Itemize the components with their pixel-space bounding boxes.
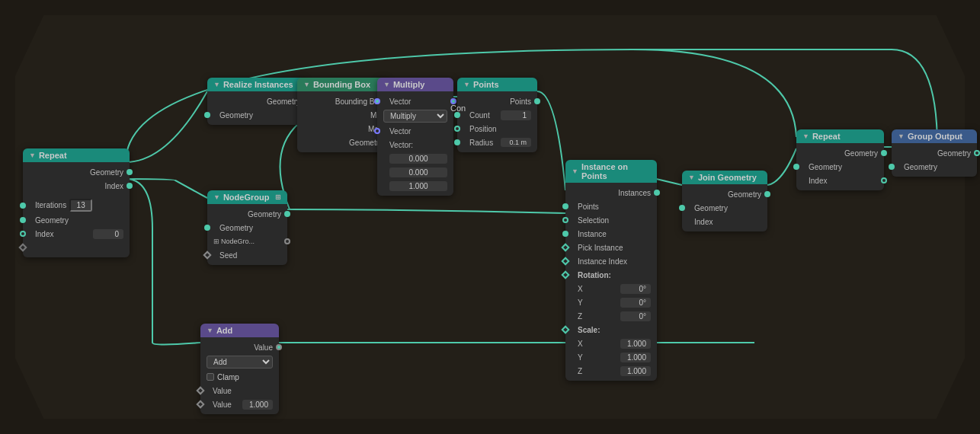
ng-nodegroup-socket	[284, 238, 290, 244]
ng-seed: Seed	[207, 248, 287, 262]
iop-body: Instances Points Selection Instance Pick…	[565, 183, 657, 381]
realize-instances-geometry-out: Geometry	[207, 94, 306, 108]
add-node: ▼ Add Value Add Clamp Value	[200, 324, 279, 414]
node-group-node: ▼ NodeGroup ⊞ Geometry Geometry ⊞ NodeGr…	[207, 190, 287, 265]
multiply-vector-out-socket	[450, 98, 456, 104]
bounding-box-header: ▼ Bounding Box	[297, 78, 389, 91]
multiply-vector2-in: Vector	[377, 124, 453, 138]
group-output-body: Geometry Geometry	[892, 143, 977, 177]
multiply-node: ▼ Multiply Vector Multiply Vector Vector…	[377, 78, 453, 196]
multiply-dropdown-row: Multiply	[377, 108, 453, 124]
multiply-v2-socket	[374, 128, 380, 134]
ng-geometry-socket	[284, 211, 290, 217]
points-out-socket	[534, 98, 540, 104]
ng-geometry-out: Geometry	[207, 207, 287, 221]
multiply-vector-socket	[374, 98, 380, 104]
multiply-dropdown[interactable]: Multiply	[383, 110, 447, 123]
repeat-right-title: Repeat	[812, 132, 841, 141]
iterations-input[interactable]	[69, 199, 92, 212]
repeat-left-node: ▼ Repeat Geometry Index Iterations Geome…	[23, 148, 130, 257]
realize-instances-node: ▼ Realize Instances Geometry Geometry	[207, 78, 306, 125]
multiply-vecx: 0.000	[377, 152, 453, 165]
instance-on-points-node: ▼ Instance on Points Instances Points Se…	[565, 160, 657, 381]
points-count-socket	[454, 112, 460, 118]
add-clamp-checkbox[interactable]	[207, 373, 214, 381]
add-value-out: Value	[200, 340, 279, 354]
iop-scale-x: X 1.000	[565, 337, 657, 350]
iop-rot-x: X 0°	[565, 282, 657, 295]
repeat-left-body: Geometry Index Iterations Geometry Index…	[23, 162, 130, 257]
points-title: Points	[473, 80, 499, 89]
rr-index: Index	[796, 174, 884, 187]
rr-geometry-in-socket	[793, 164, 799, 170]
node-group-body: Geometry Geometry ⊞ NodeGro... Seed	[207, 204, 287, 265]
multiply-vector-in: Vector	[377, 94, 453, 108]
jg-geometry-out: Geometry	[682, 187, 767, 201]
iop-rotation-label: Rotation:	[565, 268, 657, 282]
points-out: Points	[457, 94, 537, 108]
points-node: ▼ Points Points Count 1 Position Radius …	[457, 78, 537, 152]
join-geometry-node: ▼ Join Geometry Geometry Geometry Index	[682, 171, 767, 231]
multiply-vecz: 1.000	[377, 179, 453, 193]
ng-geometry-in-socket	[204, 225, 210, 231]
iop-rot-y: Y 0°	[565, 295, 657, 309]
iop-instances-socket	[654, 190, 660, 196]
repeat-left-title: Repeat	[39, 151, 67, 160]
repeat-left-header: ▼ Repeat	[23, 148, 130, 162]
realize-instances-title: Realize Instances	[223, 80, 293, 89]
add-clamp-row: Clamp	[200, 370, 279, 384]
go-geometry-out-socket	[974, 150, 980, 156]
iop-points-socket	[562, 203, 568, 209]
index-out-socket	[127, 183, 133, 189]
multiply-label-vector: Vector:	[377, 138, 453, 152]
bounding-box-title: Bounding Box	[313, 80, 370, 89]
rr-geometry-in: Geometry	[796, 160, 884, 174]
rr-geometry-out: Geometry	[796, 146, 884, 160]
iop-scale-y: Y 1.000	[565, 350, 657, 364]
points-position: Position	[457, 122, 537, 136]
add-value-out-socket	[276, 344, 282, 350]
rr-index-socket	[881, 177, 887, 183]
realize-instances-geometry-in: Geometry	[207, 108, 306, 122]
index-in-socket	[20, 231, 26, 237]
node-editor-canvas: ▼ Repeat Geometry Index Iterations Geome…	[0, 0, 980, 434]
iop-instance-socket	[562, 231, 568, 237]
repeat-right-body: Geometry Geometry Index	[796, 143, 884, 190]
iop-instances-out: Instances	[565, 186, 657, 199]
iop-selection: Selection	[565, 213, 657, 227]
join-geometry-title: Join Geometry	[698, 173, 757, 182]
add-header: ▼ Add	[200, 324, 279, 337]
repeat-left-index-out: Index	[23, 179, 130, 193]
iop-scale-z: Z 1.000	[565, 364, 657, 378]
multiply-body: Vector Multiply Vector Vector: 0.000 0.0…	[377, 91, 453, 196]
repeat-left-iterations: Iterations	[23, 197, 130, 213]
repeat-right-header: ▼ Repeat	[796, 129, 884, 143]
rr-geometry-out-socket	[881, 150, 887, 156]
join-geometry-header: ▼ Join Geometry	[682, 171, 767, 184]
group-output-title: Group Output	[908, 132, 962, 141]
iop-rot-z: Z 0°	[565, 309, 657, 323]
add-title: Add	[216, 326, 232, 335]
points-count: Count 1	[457, 108, 537, 122]
repeat-left-extra-socket	[23, 241, 130, 254]
bb-min-out: Min	[297, 108, 389, 122]
iop-selection-socket	[562, 217, 568, 223]
group-output-node: ▼ Group Output Geometry Geometry	[892, 129, 977, 177]
jg-geometry-out-socket	[764, 191, 770, 197]
add-value2: Value 1.000	[200, 397, 279, 411]
add-dropdown[interactable]: Add	[207, 356, 273, 369]
canvas-background	[15, 15, 965, 419]
jg-index: Index	[682, 215, 767, 228]
repeat-right-node: ▼ Repeat Geometry Geometry Index	[796, 129, 884, 190]
iop-scale-label: Scale:	[565, 323, 657, 337]
bounding-box-node: ▼ Bounding Box Bounding Box Min Max Geom…	[297, 78, 389, 152]
go-geometry-in: Geometry	[892, 160, 977, 174]
iop-pick-instance: Pick Instance	[565, 241, 657, 254]
ri-geometry-in-socket	[204, 112, 210, 118]
multiply-vecy: 0.000	[377, 165, 453, 179]
geometry-in-socket	[20, 217, 26, 223]
group-output-header: ▼ Group Output	[892, 129, 977, 143]
multiply-title: Multiply	[393, 80, 425, 89]
add-value1: Value	[200, 384, 279, 397]
points-position-socket	[454, 126, 460, 132]
